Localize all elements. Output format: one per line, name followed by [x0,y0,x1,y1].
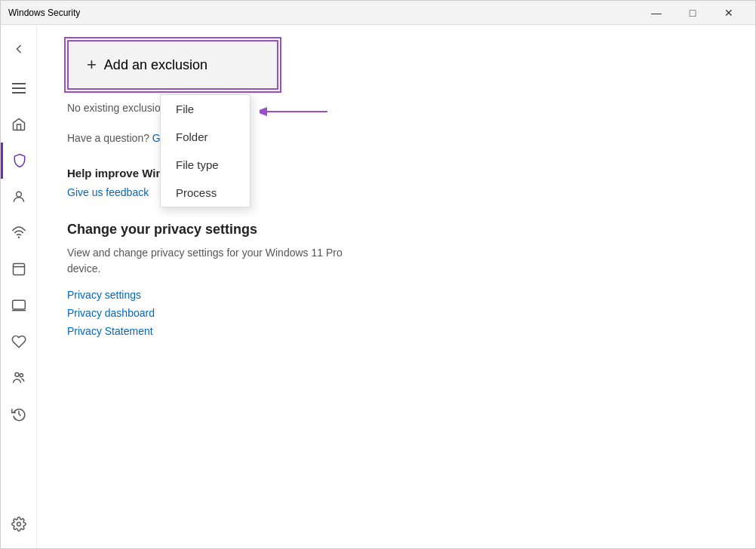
sidebar-item-history[interactable] [1,396,37,432]
dropdown-item-folder[interactable]: Folder [161,123,250,151]
close-button[interactable]: ✕ [711,1,746,25]
hamburger-icon [12,83,26,94]
app-icon [11,262,26,277]
svg-point-8 [17,523,20,526]
family-icon [11,370,26,385]
sidebar-item-home[interactable] [1,106,37,143]
sidebar-item-family[interactable] [1,360,37,396]
arrow-annotation [260,100,335,126]
window-title: Windows Security [8,8,80,18]
add-exclusion-button[interactable]: + Add an exclusion [67,40,278,90]
svg-point-6 [15,373,19,376]
sidebar-item-settings[interactable] [1,506,37,542]
dropdown-item-process[interactable]: Process [161,179,250,207]
menu-button[interactable] [1,70,37,106]
main-content: + Add an exclusion File Folder File type… [37,25,755,548]
sidebar-item-virus[interactable] [1,143,37,179]
history-icon [11,406,26,422]
exclusion-dropdown: File Folder File type Process [160,94,250,207]
svg-point-1 [17,237,20,239]
title-bar: Windows Security — □ ✕ [1,1,755,25]
heart-icon [11,334,26,349]
give-feedback-link[interactable]: Give us feedback [67,186,149,198]
back-button[interactable] [1,31,37,67]
app-body: + Add an exclusion File Folder File type… [1,25,755,548]
svg-point-0 [16,192,21,197]
no-existing-partial: No exis [67,102,103,114]
laptop-icon [11,298,26,313]
privacy-heading: Change your privacy settings [67,222,725,238]
home-icon [11,117,26,132]
sidebar-item-app[interactable] [1,251,37,287]
add-exclusion-label: Add an exclusion [104,57,207,73]
gear-icon [11,517,26,532]
privacy-dashboard-link[interactable]: Privacy dashboard [67,307,725,319]
maximize-button[interactable]: □ [675,1,710,25]
sidebar [1,25,37,548]
dropdown-item-filetype[interactable]: File type [161,151,250,179]
plus-icon: + [87,55,97,75]
privacy-description: View and change privacy settings for you… [67,245,354,277]
sidebar-item-health[interactable] [1,324,37,360]
person-icon [11,189,26,204]
wifi-icon [11,225,26,241]
svg-point-7 [20,374,23,377]
privacy-settings-link[interactable]: Privacy settings [67,289,725,301]
minimize-button[interactable]: — [639,1,674,25]
shield-icon [12,153,27,168]
sidebar-item-account[interactable] [1,179,37,215]
svg-rect-2 [13,264,24,275]
window-controls: — □ ✕ [639,1,746,25]
privacy-links: Privacy settings Privacy dashboard Priva… [67,289,725,337]
app-window: Windows Security — □ ✕ [0,0,756,549]
sidebar-item-device[interactable] [1,287,37,324]
sidebar-item-firewall[interactable] [1,215,37,251]
svg-rect-4 [12,300,25,309]
privacy-statement-link[interactable]: Privacy Statement [67,325,725,337]
privacy-section: Change your privacy settings View and ch… [67,222,725,337]
dropdown-item-file[interactable]: File [161,95,250,123]
